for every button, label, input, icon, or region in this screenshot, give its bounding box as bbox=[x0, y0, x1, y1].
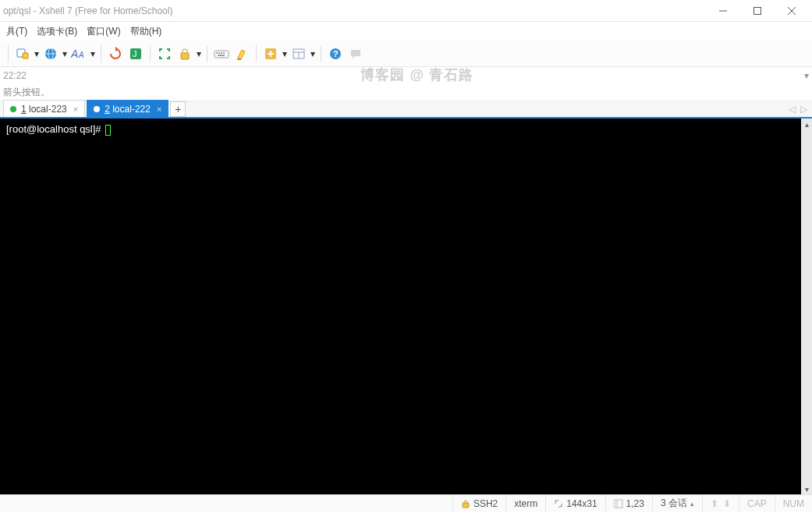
menu-window[interactable]: 窗口(W) bbox=[82, 23, 125, 40]
dropdown-icon[interactable]: ▾ bbox=[310, 44, 316, 63]
position-icon bbox=[614, 499, 623, 508]
svg-rect-17 bbox=[218, 52, 220, 54]
status-term: xterm bbox=[505, 495, 545, 512]
session-tabstrip: 1 local-223 × 2 local-222 × + ◁ ▷ bbox=[0, 101, 812, 119]
fullscreen-button[interactable] bbox=[155, 44, 174, 63]
svg-point-29 bbox=[330, 48, 341, 59]
cursor-icon bbox=[105, 125, 111, 136]
svg-marker-11 bbox=[115, 47, 119, 51]
toolbar-separator bbox=[101, 45, 101, 62]
close-tab-icon[interactable]: × bbox=[72, 104, 80, 114]
new-session-button[interactable] bbox=[13, 44, 32, 63]
address-text: 22:22 bbox=[3, 70, 27, 81]
layout-button[interactable] bbox=[289, 44, 308, 63]
svg-marker-21 bbox=[238, 50, 245, 59]
window-titlebar: opt/qsl - Xshell 7 (Free for Home/School… bbox=[0, 0, 812, 22]
toolbar-separator bbox=[150, 45, 151, 62]
hint-text: 箭头按钮。 bbox=[3, 86, 50, 99]
status-num: NUM bbox=[775, 495, 812, 512]
tab-label: local-222 bbox=[112, 104, 151, 115]
status-sessions: 3 会话 ▴ bbox=[652, 495, 702, 512]
menu-tool[interactable]: 具(T) bbox=[2, 23, 32, 40]
svg-text:A: A bbox=[71, 48, 78, 60]
tab-number: 2 bbox=[105, 104, 110, 115]
status-arrows: ⬆ ⬇ bbox=[702, 495, 739, 512]
address-bar[interactable]: 22:22 博客园 @ 青石路 ▾ bbox=[0, 67, 812, 84]
dropdown-icon[interactable]: ▾ bbox=[34, 44, 40, 63]
svg-text:?: ? bbox=[333, 49, 339, 58]
menubar: 具(T) 选项卡(B) 窗口(W) 帮助(H) bbox=[0, 22, 812, 41]
toolbar: ▾ ▾ AA ▾ J ▾ ▾ ▾ ? bbox=[0, 41, 812, 67]
highlight-button[interactable] bbox=[232, 44, 251, 63]
add-button[interactable] bbox=[261, 44, 280, 63]
window-title: opt/qsl - Xshell 7 (Free for Home/School… bbox=[3, 5, 706, 16]
font-button[interactable]: AA bbox=[69, 44, 88, 63]
toolbar-separator bbox=[8, 45, 9, 62]
svg-rect-5 bbox=[23, 53, 28, 58]
dropdown-icon[interactable]: ▾ bbox=[90, 44, 96, 63]
tab-number: 1 bbox=[21, 104, 27, 115]
toolbar-separator bbox=[256, 45, 257, 62]
chat-button[interactable] bbox=[346, 44, 365, 63]
address-dropdown-icon[interactable]: ▾ bbox=[804, 70, 809, 81]
scroll-up-icon[interactable]: ▴ bbox=[801, 119, 812, 129]
svg-rect-1 bbox=[754, 7, 761, 14]
svg-rect-20 bbox=[218, 55, 225, 56]
tab-next-icon[interactable]: ▷ bbox=[800, 104, 807, 115]
svg-rect-16 bbox=[216, 52, 218, 54]
session-tab-local-223[interactable]: 1 local-223 × bbox=[3, 100, 85, 117]
svg-text:J: J bbox=[133, 49, 137, 58]
scroll-down-icon[interactable]: ▾ bbox=[801, 483, 812, 494]
dropdown-icon[interactable]: ▾ bbox=[282, 44, 288, 63]
lock-icon bbox=[461, 499, 470, 508]
terminal-prompt: [root@localhost qsl]# bbox=[6, 123, 104, 135]
svg-rect-18 bbox=[221, 52, 222, 54]
svg-rect-26 bbox=[293, 49, 304, 58]
tab-prev-icon[interactable]: ◁ bbox=[789, 104, 796, 115]
status-dot-icon bbox=[10, 106, 16, 112]
globe-button[interactable] bbox=[41, 44, 60, 63]
toolbar-separator bbox=[321, 45, 321, 62]
xagent-button[interactable]: J bbox=[126, 44, 145, 63]
terminal-pane[interactable]: [root@localhost qsl]# ▴ ▾ bbox=[0, 119, 812, 494]
tab-nav: ◁ ▷ bbox=[789, 104, 807, 115]
svg-line-3 bbox=[788, 7, 796, 15]
hint-bar: 箭头按钮。 bbox=[0, 84, 812, 101]
tab-label: local-223 bbox=[29, 104, 67, 115]
arrow-up-icon[interactable]: ⬆ bbox=[711, 498, 718, 509]
svg-rect-23 bbox=[265, 48, 276, 59]
status-size: 144x31 bbox=[545, 495, 605, 512]
svg-point-6 bbox=[45, 48, 56, 59]
lock-button[interactable] bbox=[176, 44, 194, 63]
session-tab-local-222[interactable]: 2 local-222 × bbox=[87, 100, 168, 117]
resize-icon bbox=[554, 499, 563, 508]
close-button[interactable] bbox=[775, 0, 809, 22]
svg-line-2 bbox=[788, 7, 796, 15]
close-tab-icon[interactable]: × bbox=[155, 104, 163, 114]
toolbar-separator bbox=[207, 45, 207, 62]
keyboard-button[interactable] bbox=[212, 44, 231, 63]
svg-rect-4 bbox=[17, 49, 25, 57]
dropdown-icon[interactable]: ▾ bbox=[196, 44, 202, 63]
watermark-text: 博客园 @ 青石路 bbox=[360, 66, 473, 84]
add-tab-button[interactable]: + bbox=[170, 101, 186, 117]
menu-help[interactable]: 帮助(H) bbox=[126, 23, 167, 40]
status-ssh: SSH2 bbox=[452, 495, 505, 512]
svg-text:A: A bbox=[78, 51, 84, 59]
dropdown-icon[interactable]: ▾ bbox=[62, 44, 68, 63]
svg-rect-12 bbox=[130, 48, 141, 59]
menu-tab[interactable]: 选项卡(B) bbox=[32, 23, 82, 40]
status-bar: SSH2 xterm 144x31 1,23 3 会话 ▴ ⬆ ⬇ CAP NU… bbox=[0, 494, 812, 512]
maximize-button[interactable] bbox=[740, 0, 775, 22]
status-dot-icon bbox=[94, 106, 100, 112]
refresh-button[interactable] bbox=[106, 44, 125, 63]
minimize-button[interactable] bbox=[706, 0, 740, 22]
arrow-down-icon[interactable]: ⬇ bbox=[723, 498, 731, 509]
terminal-scrollbar[interactable]: ▴ ▾ bbox=[801, 119, 812, 494]
help-button[interactable]: ? bbox=[326, 44, 345, 63]
svg-rect-15 bbox=[215, 51, 229, 58]
status-pos: 1,23 bbox=[605, 495, 652, 512]
status-cap: CAP bbox=[739, 495, 775, 512]
svg-rect-19 bbox=[223, 52, 225, 54]
svg-rect-32 bbox=[615, 500, 622, 508]
